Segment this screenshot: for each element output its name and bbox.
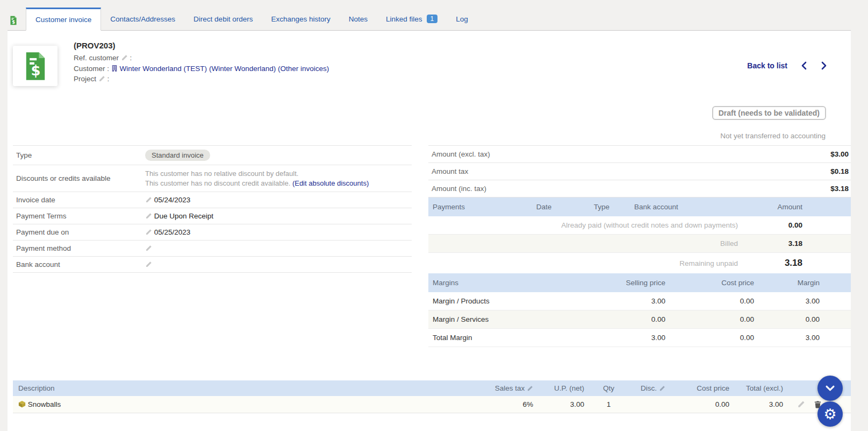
- previous-record-icon[interactable]: [801, 61, 807, 70]
- tab-label: Linked files: [386, 15, 422, 23]
- margin-cost-value: 0.00: [670, 329, 758, 347]
- margin-cost-value: 0.00: [670, 310, 758, 329]
- tab-exchanges-history[interactable]: Exchanges history: [262, 8, 339, 30]
- table-row: Payment due on 05/25/2023: [13, 224, 412, 241]
- tab-label: Exchanges history: [271, 15, 330, 23]
- customer-alias-link[interactable]: (Winter Wonderland): [209, 65, 276, 73]
- margin-value: 3.00: [758, 292, 824, 310]
- banner-text: (PROV203) Ref. customer : Customer : Win…: [74, 41, 329, 84]
- amount-label: Amount tax: [428, 163, 738, 180]
- amount-label: Amount (excl. tax): [428, 146, 738, 163]
- edit-pencil-icon[interactable]: [121, 54, 128, 61]
- gear-icon: ⚙: [823, 406, 836, 423]
- status-badge: Draft (needs to be validated): [712, 106, 826, 120]
- linked-files-count-badge: 1: [427, 15, 438, 23]
- invoice-line-row: Snowballs 6% 3.00 1 0.00 3.00: [13, 396, 851, 413]
- tab-contacts-addresses[interactable]: Contacts/Addresses: [101, 8, 184, 30]
- table-row: Payment method: [13, 241, 412, 257]
- table-row: Amount (excl. tax) $3.00: [428, 146, 851, 163]
- line-unit-price: 3.00: [537, 396, 589, 413]
- ref-customer-label: Ref. customer: [74, 54, 119, 62]
- column-header: Margins: [428, 273, 562, 292]
- product-cube-icon: [18, 400, 26, 408]
- table-row: Amount (inc. tax) $3.18: [428, 180, 851, 197]
- payments-header-row: Payments Date Type Bank account Amount: [428, 197, 851, 216]
- column-header: Margin: [758, 273, 824, 292]
- tab-direct-debit-orders[interactable]: Direct debit orders: [184, 8, 262, 30]
- invoice-icon: [10, 16, 17, 25]
- table-row: Margin / Services 0.00 0.00 0.00: [428, 310, 851, 329]
- field-label: Bank account: [13, 257, 142, 273]
- product-link[interactable]: Snowballs: [28, 400, 61, 408]
- field-label: Invoice date: [13, 192, 142, 208]
- back-to-list-link[interactable]: Back to list: [747, 61, 787, 70]
- column-header: Cost price: [677, 380, 734, 396]
- column-header-spacer: [824, 273, 851, 292]
- invoice-page: Customer invoice Contacts/Addresses Dire…: [0, 0, 868, 431]
- column-header: Cost price: [670, 273, 758, 292]
- edit-line-icon[interactable]: [797, 400, 805, 408]
- table-row: Remaining unpaid 3.18: [428, 253, 851, 274]
- billed-label: Billed: [428, 235, 742, 253]
- line-description: Snowballs: [13, 396, 476, 413]
- tab-label: Contacts/Addresses: [110, 15, 175, 23]
- line-discount: [629, 396, 677, 413]
- amount-incl-tax-value: $3.18: [738, 180, 851, 197]
- colon: :: [130, 54, 132, 62]
- invoice-date-value: 05/24/2023: [154, 196, 191, 204]
- margins-header-row: Margins Selling price Cost price Margin: [428, 273, 851, 292]
- edit-pencil-icon[interactable]: [145, 213, 152, 220]
- table-row: Bank account: [13, 257, 412, 273]
- edit-pencil-icon[interactable]: [145, 245, 152, 252]
- column-header: U.P. (net): [537, 380, 589, 396]
- customer-line: Customer : Winter Wonderland (TEST) (Win…: [74, 63, 329, 74]
- tab-notes[interactable]: Notes: [340, 8, 377, 30]
- tab-customer-invoice[interactable]: Customer invoice: [26, 8, 101, 31]
- table-row: Type Standard invoice: [13, 146, 412, 165]
- tab-log[interactable]: Log: [447, 8, 477, 30]
- field-label: Discounts or credits available: [13, 165, 142, 192]
- margin-row-label: Margin / Services: [428, 310, 562, 329]
- payments-table: Payments Date Type Bank account Amount A…: [428, 197, 851, 273]
- totals-column: Amount (excl. tax) $3.00 Amount tax $0.1…: [428, 145, 851, 347]
- customer-link[interactable]: Winter Wonderland (TEST): [120, 65, 207, 73]
- margin-selling-value: 3.00: [562, 329, 670, 347]
- list-navigation: Back to list: [747, 61, 827, 70]
- amount-tax-value: $0.18: [738, 163, 851, 180]
- margin-selling-value: 0.00: [562, 310, 670, 329]
- already-paid-amount: 0.00: [742, 216, 807, 235]
- edit-absolute-discounts-link[interactable]: (Edit absolute discounts): [292, 179, 369, 187]
- margin-cost-value: 0.00: [670, 292, 758, 310]
- edit-pencil-icon[interactable]: [98, 75, 105, 82]
- table-row: Already paid (without credit notes and d…: [428, 216, 851, 235]
- invoice-photo-icon: [24, 51, 47, 81]
- column-header: Qty: [589, 380, 629, 396]
- edit-pencil-icon[interactable]: [527, 385, 533, 392]
- main-content: (PROV203) Ref. customer : Customer : Win…: [8, 31, 851, 431]
- tab-label: Notes: [349, 15, 368, 23]
- margins-table: Margins Selling price Cost price Margin …: [428, 273, 851, 347]
- edit-pencil-icon[interactable]: [145, 196, 152, 203]
- margin-value: 3.00: [758, 329, 824, 347]
- object-photo-box: [13, 46, 58, 86]
- tab-linked-files[interactable]: Linked files 1: [377, 8, 447, 30]
- amounts-table: Amount (excl. tax) $3.00 Amount tax $0.1…: [428, 145, 851, 197]
- details-table: Type Standard invoice Discounts or credi…: [13, 145, 412, 273]
- edit-pencil-icon[interactable]: [145, 229, 152, 236]
- customer-label: Customer :: [74, 65, 109, 73]
- next-record-icon[interactable]: [821, 61, 827, 70]
- edit-pencil-icon[interactable]: [145, 261, 152, 268]
- table-row: Total Margin 3.00 0.00 3.00: [428, 329, 851, 347]
- column-header: Description: [13, 380, 476, 396]
- discount-info-line1: This customer has no relative discount b…: [145, 169, 408, 179]
- column-header: Type: [573, 197, 630, 216]
- settings-button[interactable]: ⚙: [817, 401, 843, 427]
- table-row: Amount tax $0.18: [428, 163, 851, 180]
- project-line: Project :: [74, 74, 329, 84]
- margin-row-label: Total Margin: [428, 329, 562, 347]
- edit-pencil-icon[interactable]: [659, 385, 665, 392]
- collapse-button[interactable]: [817, 376, 843, 401]
- column-header: Amount: [742, 197, 807, 216]
- other-invoices-link[interactable]: (Other invoices): [278, 65, 329, 73]
- line-qty: 1: [589, 396, 629, 413]
